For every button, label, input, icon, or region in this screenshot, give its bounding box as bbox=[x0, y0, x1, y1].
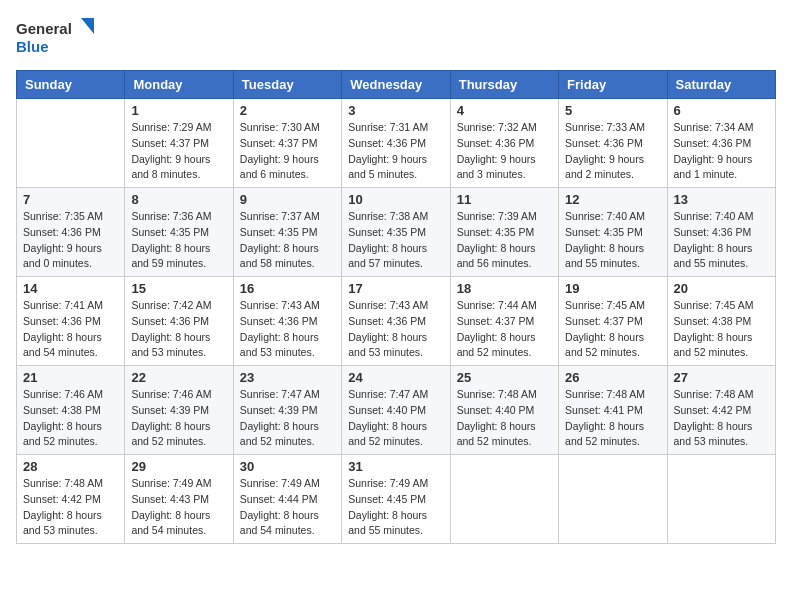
day-info: Sunrise: 7:34 AMSunset: 4:36 PMDaylight:… bbox=[674, 120, 769, 183]
day-number: 13 bbox=[674, 192, 769, 207]
weekday-header-saturday: Saturday bbox=[667, 71, 775, 99]
day-info: Sunrise: 7:48 AMSunset: 4:42 PMDaylight:… bbox=[674, 387, 769, 450]
day-number: 25 bbox=[457, 370, 552, 385]
calendar-cell: 6Sunrise: 7:34 AMSunset: 4:36 PMDaylight… bbox=[667, 99, 775, 188]
day-info: Sunrise: 7:47 AMSunset: 4:39 PMDaylight:… bbox=[240, 387, 335, 450]
calendar-cell: 14Sunrise: 7:41 AMSunset: 4:36 PMDayligh… bbox=[17, 277, 125, 366]
svg-marker-2 bbox=[81, 18, 94, 34]
day-info: Sunrise: 7:48 AMSunset: 4:41 PMDaylight:… bbox=[565, 387, 660, 450]
day-number: 26 bbox=[565, 370, 660, 385]
day-info: Sunrise: 7:49 AMSunset: 4:43 PMDaylight:… bbox=[131, 476, 226, 539]
header: General Blue bbox=[16, 16, 776, 58]
day-number: 24 bbox=[348, 370, 443, 385]
day-number: 23 bbox=[240, 370, 335, 385]
day-info: Sunrise: 7:33 AMSunset: 4:36 PMDaylight:… bbox=[565, 120, 660, 183]
calendar-cell: 1Sunrise: 7:29 AMSunset: 4:37 PMDaylight… bbox=[125, 99, 233, 188]
calendar-cell: 29Sunrise: 7:49 AMSunset: 4:43 PMDayligh… bbox=[125, 455, 233, 544]
day-number: 12 bbox=[565, 192, 660, 207]
logo: General Blue bbox=[16, 16, 96, 58]
day-number: 16 bbox=[240, 281, 335, 296]
svg-text:General: General bbox=[16, 20, 72, 37]
day-info: Sunrise: 7:48 AMSunset: 4:40 PMDaylight:… bbox=[457, 387, 552, 450]
day-number: 5 bbox=[565, 103, 660, 118]
calendar-cell bbox=[450, 455, 558, 544]
day-info: Sunrise: 7:32 AMSunset: 4:36 PMDaylight:… bbox=[457, 120, 552, 183]
calendar-cell: 31Sunrise: 7:49 AMSunset: 4:45 PMDayligh… bbox=[342, 455, 450, 544]
calendar-cell: 5Sunrise: 7:33 AMSunset: 4:36 PMDaylight… bbox=[559, 99, 667, 188]
calendar-cell bbox=[17, 99, 125, 188]
calendar-cell: 17Sunrise: 7:43 AMSunset: 4:36 PMDayligh… bbox=[342, 277, 450, 366]
day-info: Sunrise: 7:46 AMSunset: 4:38 PMDaylight:… bbox=[23, 387, 118, 450]
calendar-cell: 18Sunrise: 7:44 AMSunset: 4:37 PMDayligh… bbox=[450, 277, 558, 366]
week-row-2: 14Sunrise: 7:41 AMSunset: 4:36 PMDayligh… bbox=[17, 277, 776, 366]
calendar-cell: 27Sunrise: 7:48 AMSunset: 4:42 PMDayligh… bbox=[667, 366, 775, 455]
day-info: Sunrise: 7:45 AMSunset: 4:38 PMDaylight:… bbox=[674, 298, 769, 361]
weekday-header-monday: Monday bbox=[125, 71, 233, 99]
calendar-cell: 7Sunrise: 7:35 AMSunset: 4:36 PMDaylight… bbox=[17, 188, 125, 277]
calendar-cell: 12Sunrise: 7:40 AMSunset: 4:35 PMDayligh… bbox=[559, 188, 667, 277]
calendar-cell: 13Sunrise: 7:40 AMSunset: 4:36 PMDayligh… bbox=[667, 188, 775, 277]
day-info: Sunrise: 7:47 AMSunset: 4:40 PMDaylight:… bbox=[348, 387, 443, 450]
day-number: 28 bbox=[23, 459, 118, 474]
calendar-cell bbox=[667, 455, 775, 544]
day-number: 14 bbox=[23, 281, 118, 296]
svg-text:Blue: Blue bbox=[16, 38, 49, 55]
day-info: Sunrise: 7:49 AMSunset: 4:44 PMDaylight:… bbox=[240, 476, 335, 539]
day-info: Sunrise: 7:42 AMSunset: 4:36 PMDaylight:… bbox=[131, 298, 226, 361]
calendar-cell: 11Sunrise: 7:39 AMSunset: 4:35 PMDayligh… bbox=[450, 188, 558, 277]
week-row-3: 21Sunrise: 7:46 AMSunset: 4:38 PMDayligh… bbox=[17, 366, 776, 455]
day-number: 4 bbox=[457, 103, 552, 118]
weekday-header-thursday: Thursday bbox=[450, 71, 558, 99]
day-info: Sunrise: 7:41 AMSunset: 4:36 PMDaylight:… bbox=[23, 298, 118, 361]
day-info: Sunrise: 7:45 AMSunset: 4:37 PMDaylight:… bbox=[565, 298, 660, 361]
calendar-table: SundayMondayTuesdayWednesdayThursdayFrid… bbox=[16, 70, 776, 544]
day-info: Sunrise: 7:31 AMSunset: 4:36 PMDaylight:… bbox=[348, 120, 443, 183]
calendar-cell: 20Sunrise: 7:45 AMSunset: 4:38 PMDayligh… bbox=[667, 277, 775, 366]
calendar-cell: 9Sunrise: 7:37 AMSunset: 4:35 PMDaylight… bbox=[233, 188, 341, 277]
day-number: 27 bbox=[674, 370, 769, 385]
day-info: Sunrise: 7:39 AMSunset: 4:35 PMDaylight:… bbox=[457, 209, 552, 272]
weekday-header-row: SundayMondayTuesdayWednesdayThursdayFrid… bbox=[17, 71, 776, 99]
calendar-cell: 2Sunrise: 7:30 AMSunset: 4:37 PMDaylight… bbox=[233, 99, 341, 188]
day-number: 15 bbox=[131, 281, 226, 296]
calendar-cell: 10Sunrise: 7:38 AMSunset: 4:35 PMDayligh… bbox=[342, 188, 450, 277]
day-number: 22 bbox=[131, 370, 226, 385]
calendar-cell: 25Sunrise: 7:48 AMSunset: 4:40 PMDayligh… bbox=[450, 366, 558, 455]
day-info: Sunrise: 7:49 AMSunset: 4:45 PMDaylight:… bbox=[348, 476, 443, 539]
weekday-header-wednesday: Wednesday bbox=[342, 71, 450, 99]
day-number: 30 bbox=[240, 459, 335, 474]
calendar-cell: 30Sunrise: 7:49 AMSunset: 4:44 PMDayligh… bbox=[233, 455, 341, 544]
day-info: Sunrise: 7:46 AMSunset: 4:39 PMDaylight:… bbox=[131, 387, 226, 450]
day-info: Sunrise: 7:40 AMSunset: 4:36 PMDaylight:… bbox=[674, 209, 769, 272]
day-number: 1 bbox=[131, 103, 226, 118]
calendar-cell: 8Sunrise: 7:36 AMSunset: 4:35 PMDaylight… bbox=[125, 188, 233, 277]
day-info: Sunrise: 7:30 AMSunset: 4:37 PMDaylight:… bbox=[240, 120, 335, 183]
logo-svg: General Blue bbox=[16, 16, 96, 58]
day-info: Sunrise: 7:43 AMSunset: 4:36 PMDaylight:… bbox=[348, 298, 443, 361]
day-number: 29 bbox=[131, 459, 226, 474]
day-info: Sunrise: 7:48 AMSunset: 4:42 PMDaylight:… bbox=[23, 476, 118, 539]
day-number: 7 bbox=[23, 192, 118, 207]
day-number: 3 bbox=[348, 103, 443, 118]
day-number: 6 bbox=[674, 103, 769, 118]
week-row-0: 1Sunrise: 7:29 AMSunset: 4:37 PMDaylight… bbox=[17, 99, 776, 188]
day-info: Sunrise: 7:40 AMSunset: 4:35 PMDaylight:… bbox=[565, 209, 660, 272]
day-info: Sunrise: 7:35 AMSunset: 4:36 PMDaylight:… bbox=[23, 209, 118, 272]
calendar-cell: 28Sunrise: 7:48 AMSunset: 4:42 PMDayligh… bbox=[17, 455, 125, 544]
weekday-header-sunday: Sunday bbox=[17, 71, 125, 99]
day-number: 18 bbox=[457, 281, 552, 296]
calendar-cell: 3Sunrise: 7:31 AMSunset: 4:36 PMDaylight… bbox=[342, 99, 450, 188]
calendar-cell bbox=[559, 455, 667, 544]
day-info: Sunrise: 7:43 AMSunset: 4:36 PMDaylight:… bbox=[240, 298, 335, 361]
day-info: Sunrise: 7:44 AMSunset: 4:37 PMDaylight:… bbox=[457, 298, 552, 361]
calendar-cell: 15Sunrise: 7:42 AMSunset: 4:36 PMDayligh… bbox=[125, 277, 233, 366]
calendar-cell: 22Sunrise: 7:46 AMSunset: 4:39 PMDayligh… bbox=[125, 366, 233, 455]
day-number: 9 bbox=[240, 192, 335, 207]
day-number: 2 bbox=[240, 103, 335, 118]
day-info: Sunrise: 7:36 AMSunset: 4:35 PMDaylight:… bbox=[131, 209, 226, 272]
day-number: 11 bbox=[457, 192, 552, 207]
calendar-cell: 4Sunrise: 7:32 AMSunset: 4:36 PMDaylight… bbox=[450, 99, 558, 188]
day-number: 21 bbox=[23, 370, 118, 385]
calendar-cell: 19Sunrise: 7:45 AMSunset: 4:37 PMDayligh… bbox=[559, 277, 667, 366]
calendar-cell: 16Sunrise: 7:43 AMSunset: 4:36 PMDayligh… bbox=[233, 277, 341, 366]
